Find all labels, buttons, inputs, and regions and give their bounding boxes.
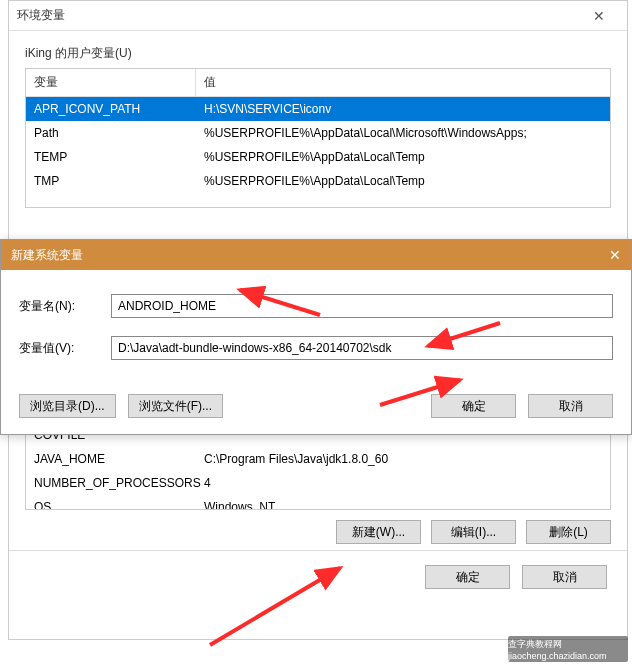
table-row[interactable]: JAVA_HOME C:\Program Files\Java\jdk1.8.0…	[26, 447, 610, 471]
new-button[interactable]: 新建(W)...	[336, 520, 421, 544]
table-row[interactable]: Path %USERPROFILE%\AppData\Local\Microso…	[26, 121, 610, 145]
system-vars-buttons: 新建(W)... 编辑(I)... 删除(L)	[9, 510, 627, 550]
ok-button[interactable]: 确定	[431, 394, 516, 418]
table-row[interactable]: TMP %USERPROFILE%\AppData\Local\Temp	[26, 169, 610, 193]
table-row[interactable]: APR_ICONV_PATH H:\SVN\SERVICE\iconv	[26, 97, 610, 121]
grid-header: 变量 值	[26, 69, 610, 97]
variable-value-label: 变量值(V):	[19, 340, 111, 357]
variable-value-input[interactable]	[111, 336, 613, 360]
table-row[interactable]: OS Windows_NT	[26, 495, 610, 509]
dialog-footer: 确定 取消	[9, 550, 627, 603]
titlebar: 环境变量 ✕	[9, 1, 627, 31]
browse-dir-button[interactable]: 浏览目录(D)...	[19, 394, 116, 418]
table-row[interactable]: TEMP %USERPROFILE%\AppData\Local\Temp	[26, 145, 610, 169]
watermark: 查字典教程网 jiaocheng.chazidian.com	[508, 636, 628, 662]
close-icon[interactable]: ✕	[609, 247, 621, 263]
delete-button[interactable]: 删除(L)	[526, 520, 611, 544]
dialog-title: 环境变量	[17, 7, 579, 24]
col-variable[interactable]: 变量	[26, 69, 196, 96]
ok-button[interactable]: 确定	[425, 565, 510, 589]
user-vars-grid: 变量 值 APR_ICONV_PATH H:\SVN\SERVICE\iconv…	[25, 68, 611, 208]
variable-name-input[interactable]	[111, 294, 613, 318]
titlebar: 新建系统变量 ✕	[1, 240, 631, 270]
close-icon[interactable]: ✕	[579, 1, 619, 31]
dialog-title: 新建系统变量	[11, 247, 609, 264]
variable-name-label: 变量名(N):	[19, 298, 111, 315]
col-value[interactable]: 值	[196, 69, 610, 96]
browse-file-button[interactable]: 浏览文件(F)...	[128, 394, 223, 418]
cancel-button[interactable]: 取消	[528, 394, 613, 418]
edit-button[interactable]: 编辑(I)...	[431, 520, 516, 544]
cancel-button[interactable]: 取消	[522, 565, 607, 589]
user-vars-label: iKing 的用户变量(U)	[9, 31, 627, 68]
new-var-buttons: 浏览目录(D)... 浏览文件(F)... 确定 取消	[1, 388, 631, 434]
table-row[interactable]: NUMBER_OF_PROCESSORS 4	[26, 471, 610, 495]
new-system-variable-dialog: 新建系统变量 ✕ 变量名(N): 变量值(V): 浏览目录(D)... 浏览文件…	[0, 239, 632, 435]
